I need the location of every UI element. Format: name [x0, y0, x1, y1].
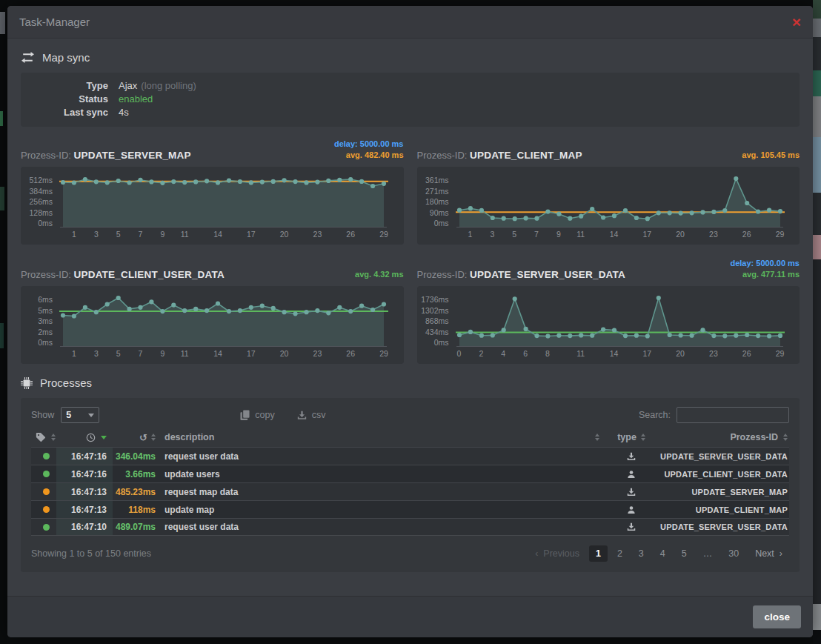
header-time[interactable] [56, 428, 113, 447]
chart-title: Prozess-ID: UPDATE_SERVER_MAP [21, 150, 191, 161]
pagination-next[interactable]: Next› [748, 545, 789, 562]
x-tick-label: 14 [213, 349, 222, 358]
status-dot-orange [43, 506, 50, 513]
chevron-right-icon: › [780, 548, 782, 559]
chevron-down-icon [88, 414, 94, 417]
x-axis-labels: 0246811141720232629 [454, 348, 786, 359]
x-tick-label: 17 [642, 349, 651, 358]
x-tick-label: 11 [181, 349, 189, 358]
csv-button[interactable]: csv [297, 410, 326, 420]
user-icon [604, 501, 659, 518]
y-tick-label: 0ms [419, 219, 449, 228]
x-tick-label: 17 [642, 230, 651, 239]
map-sync-title: Map sync [42, 51, 90, 64]
status-cell [31, 519, 56, 535]
y-axis-labels: 6ms5ms3ms2ms0ms [22, 295, 58, 347]
y-tick-label: 1302ms [419, 306, 449, 315]
description-cell: update map [156, 501, 604, 518]
x-tick-label: 1 [468, 230, 472, 239]
table-row[interactable]: 16:47:16346.04msrequest user dataUPDATE_… [31, 447, 789, 465]
chart-panel-update-server-map: Prozess-ID: UPDATE_SERVER_MAP delay: 500… [21, 136, 404, 245]
chart-panel-update-client-map: Prozess-ID: UPDATE_CLIENT_MAP avg. 105.4… [417, 136, 800, 245]
header-description[interactable]: description [156, 428, 604, 447]
pagination-page-2[interactable]: 2 [611, 545, 629, 562]
status-dot-orange [43, 488, 50, 495]
copy-icon [240, 410, 250, 420]
description-cell: request map data [156, 483, 604, 500]
prozess-id-cell: UPDATE_CLIENT_MAP [659, 501, 789, 518]
chart-card: 1736ms1302ms868ms434ms0ms 02468111417202… [417, 286, 800, 364]
y-tick-label: 2ms [22, 328, 53, 336]
chart-plot: 1357911141720232629 [58, 295, 390, 359]
y-axis-labels: 512ms384ms256ms128ms0ms [22, 176, 58, 228]
x-axis-labels: 1357911141720232629 [454, 229, 786, 240]
table-row[interactable]: 16:47:13118msupdate mapUPDATE_CLIENT_MAP [31, 500, 789, 518]
x-tick-label: 20 [676, 349, 685, 358]
download-icon [604, 448, 659, 465]
pagination-previous[interactable]: ‹Previous [528, 545, 586, 562]
x-tick-label: 7 [139, 349, 143, 358]
search-input[interactable] [677, 407, 789, 423]
x-tick-label: 26 [742, 230, 751, 239]
prozess-id-cell: UPDATE_SERVER_USER_DATA [659, 448, 789, 465]
page-length-select[interactable]: 5 [61, 407, 99, 423]
x-tick-label: 4 [501, 349, 505, 358]
y-tick-label: 512ms [22, 176, 53, 185]
show-label: Show [31, 410, 54, 420]
close-button[interactable]: close [753, 605, 801, 628]
pagination-page-30[interactable]: 30 [722, 545, 745, 562]
chart-panel-update-server-user-data: Prozess-ID: UPDATE_SERVER_USER_DATA dela… [417, 255, 800, 364]
pagination: ‹Previous12345…30Next› [528, 545, 789, 562]
duration-cell: 3.66ms [113, 465, 156, 482]
y-tick-label: 90ms [419, 208, 449, 217]
y-tick-label: 271ms [419, 187, 449, 196]
sort-icon [783, 434, 788, 441]
header-duration[interactable]: ↺ [113, 428, 156, 447]
x-tick-label: 26 [346, 349, 355, 358]
x-tick-label: 29 [776, 230, 785, 239]
x-tick-label: 23 [709, 349, 718, 358]
download-icon [604, 483, 659, 500]
y-tick-label: 0ms [22, 219, 53, 228]
header-type[interactable]: type [604, 428, 659, 447]
x-tick-label: 3 [94, 349, 99, 358]
chart-plot: 1357911141720232629 [454, 176, 786, 240]
map-sync-row-lastsync: Last sync 4s [21, 106, 800, 119]
status-dot-green [43, 453, 50, 459]
y-tick-label: 434ms [419, 328, 449, 336]
x-tick-label: 9 [160, 349, 164, 358]
delay-value: delay: 5000.00 ms [334, 139, 404, 150]
pagination-page-4[interactable]: 4 [654, 545, 672, 562]
y-tick-label: 256ms [22, 197, 53, 206]
y-tick-label: 128ms [22, 208, 53, 217]
y-tick-label: 5ms [22, 306, 53, 315]
x-tick-label: 9 [160, 230, 164, 239]
y-axis-labels: 361ms271ms180ms90ms0ms [419, 176, 454, 228]
header-status[interactable] [31, 428, 56, 447]
table-controls: Show 5 copy [31, 407, 789, 423]
header-prozess-id[interactable]: Prozess-ID [659, 428, 789, 447]
pagination-page-3[interactable]: 3 [632, 545, 651, 562]
chart-card: 512ms384ms256ms128ms0ms 1357911141720232… [21, 167, 404, 245]
duration-cell: 346.04ms [113, 448, 156, 465]
avg-value: avg. 477.11 ms [730, 269, 800, 280]
close-icon[interactable]: × [792, 14, 801, 30]
y-tick-label: 0ms [419, 338, 449, 347]
copy-button[interactable]: copy [240, 410, 274, 420]
table-row[interactable]: 16:47:163.66msupdate usersUPDATE_CLIENT_… [31, 465, 789, 482]
pagination-page-1[interactable]: 1 [589, 545, 608, 562]
pagination-page-5[interactable]: 5 [675, 545, 694, 562]
x-tick-label: 7 [534, 230, 539, 239]
x-tick-label: 5 [116, 349, 121, 358]
x-tick-label: 3 [94, 230, 99, 239]
process-table-body: 16:47:16346.04msrequest user dataUPDATE_… [31, 447, 789, 536]
x-tick-label: 29 [379, 349, 388, 358]
x-tick-label: 23 [313, 349, 322, 358]
status-dot-green [43, 471, 50, 477]
table-row[interactable]: 16:47:13485.23msrequest map dataUPDATE_S… [31, 482, 789, 500]
table-footer: Showing 1 to 5 of 150 entries ‹Previous1… [31, 545, 789, 565]
entries-info: Showing 1 to 5 of 150 entries [31, 548, 151, 559]
status-cell [31, 501, 56, 518]
status-cell [31, 483, 56, 500]
table-row[interactable]: 16:47:10489.07msrequest user dataUPDATE_… [31, 518, 789, 536]
